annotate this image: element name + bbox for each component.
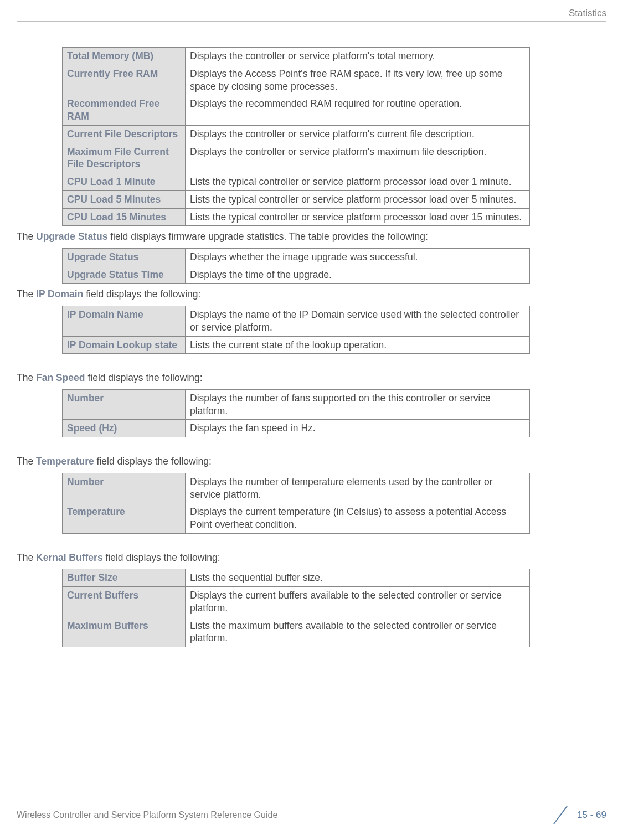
row-label: IP Domain Name xyxy=(63,306,186,337)
row-desc: Displays whether the image upgrade was s… xyxy=(186,248,530,266)
table-system-stats: Total Memory (MB)Displays the controller… xyxy=(62,47,530,226)
header-divider xyxy=(17,21,606,22)
table-row: Current File DescriptorsDisplays the con… xyxy=(63,125,530,143)
row-desc: Displays the number of temperature eleme… xyxy=(186,473,530,503)
row-desc: Lists the typical controller or service … xyxy=(186,190,530,208)
row-label: CPU Load 1 Minute xyxy=(63,173,186,191)
table-row: NumberDisplays the number of temperature… xyxy=(63,473,530,503)
row-desc: Displays the name of the IP Domain servi… xyxy=(186,306,530,337)
row-label: Temperature xyxy=(63,503,186,534)
section-kernal-buffers-text: The Kernal Buffers field displays the fo… xyxy=(17,552,606,565)
row-desc: Displays the recommended RAM required fo… xyxy=(186,95,530,126)
row-desc: Lists the typical controller or service … xyxy=(186,173,530,191)
table-row: IP Domain Lookup stateLists the current … xyxy=(63,336,530,354)
row-label: Upgrade Status Time xyxy=(63,266,186,284)
section-ip-domain-text: The IP Domain field displays the followi… xyxy=(17,288,606,301)
row-desc: Lists the current state of the lookup op… xyxy=(186,336,530,354)
table-temperature: NumberDisplays the number of temperature… xyxy=(62,473,530,534)
text-suffix: field displays firmware upgrade statisti… xyxy=(107,231,428,242)
row-label: Recommended Free RAM xyxy=(63,95,186,126)
table-ip-domain: IP Domain NameDisplays the name of the I… xyxy=(62,306,530,354)
text-prefix: The xyxy=(17,372,36,383)
text-bold: Upgrade Status xyxy=(36,231,107,242)
table-row: Maximum File Current File DescriptorsDis… xyxy=(63,143,530,173)
row-desc: Displays the number of fans supported on… xyxy=(186,389,530,420)
table-fan-speed: NumberDisplays the number of fans suppor… xyxy=(62,389,530,437)
table-row: CPU Load 15 MinutesLists the typical con… xyxy=(63,208,530,226)
text-bold: Temperature xyxy=(36,456,94,467)
table-row: NumberDisplays the number of fans suppor… xyxy=(63,389,530,420)
row-label: Maximum Buffers xyxy=(63,617,186,647)
table-row: Upgrade StatusDisplays whether the image… xyxy=(63,248,530,266)
section-upgrade-status-text: The Upgrade Status field displays firmwa… xyxy=(17,230,606,244)
row-label: Upgrade Status xyxy=(63,248,186,266)
table-upgrade-status: Upgrade StatusDisplays whether the image… xyxy=(62,248,530,284)
section-temperature-text: The Temperature field displays the follo… xyxy=(17,455,606,468)
footer-page-number: 15 - 69 xyxy=(549,804,606,826)
row-desc: Lists the maximum buffers available to t… xyxy=(186,617,530,647)
section-fan-speed-text: The Fan Speed field displays the followi… xyxy=(17,372,606,385)
footer-guide-name: Wireless Controller and Service Platform… xyxy=(17,810,277,820)
text-bold: IP Domain xyxy=(36,288,83,300)
row-desc: Displays the current temperature (in Cel… xyxy=(186,503,530,534)
row-label: IP Domain Lookup state xyxy=(63,336,186,354)
row-desc: Lists the typical controller or service … xyxy=(186,208,530,226)
row-label: Speed (Hz) xyxy=(63,420,186,437)
row-desc: Displays the controller or service platf… xyxy=(186,48,530,65)
row-desc: Displays the controller or service platf… xyxy=(186,125,530,143)
row-desc: Displays the fan speed in Hz. xyxy=(186,420,530,437)
row-label: Total Memory (MB) xyxy=(63,48,186,65)
svg-line-0 xyxy=(554,806,567,824)
page-footer: Wireless Controller and Service Platform… xyxy=(17,804,606,826)
row-label: Number xyxy=(63,389,186,420)
text-prefix: The xyxy=(17,552,36,563)
text-bold: Kernal Buffers xyxy=(36,552,103,563)
table-row: Maximum BuffersLists the maximum buffers… xyxy=(63,617,530,647)
table-row: TemperatureDisplays the current temperat… xyxy=(63,503,530,534)
page-number-value: 15 - 69 xyxy=(577,810,606,821)
text-prefix: The xyxy=(17,288,36,300)
row-label: Maximum File Current File Descriptors xyxy=(63,143,186,173)
table-row: Upgrade Status TimeDisplays the time of … xyxy=(63,266,530,284)
row-desc: Displays the Access Point's free RAM spa… xyxy=(186,65,530,95)
table-row: Speed (Hz)Displays the fan speed in Hz. xyxy=(63,420,530,437)
table-row: Recommended Free RAMDisplays the recomme… xyxy=(63,95,530,126)
table-kernal-buffers: Buffer SizeLists the sequential buffer s… xyxy=(62,569,530,647)
table-row: Total Memory (MB)Displays the controller… xyxy=(63,48,530,65)
main-content: Total Memory (MB)Displays the controller… xyxy=(17,47,606,652)
table-row: IP Domain NameDisplays the name of the I… xyxy=(63,306,530,337)
table-row: Currently Free RAMDisplays the Access Po… xyxy=(63,65,530,95)
row-desc: Displays the current buffers available t… xyxy=(186,587,530,617)
text-prefix: The xyxy=(17,231,36,242)
text-suffix: field displays the following: xyxy=(94,456,212,467)
row-label: Buffer Size xyxy=(63,569,186,587)
header-section: Statistics xyxy=(569,8,606,19)
text-bold: Fan Speed xyxy=(36,372,85,383)
slash-icon xyxy=(549,804,571,826)
row-label: Current File Descriptors xyxy=(63,125,186,143)
row-label: CPU Load 5 Minutes xyxy=(63,190,186,208)
text-suffix: field displays the following: xyxy=(103,552,220,563)
table-row: CPU Load 1 MinuteLists the typical contr… xyxy=(63,173,530,191)
table-row: CPU Load 5 MinutesLists the typical cont… xyxy=(63,190,530,208)
text-suffix: field displays the following: xyxy=(83,288,200,300)
row-label: Current Buffers xyxy=(63,587,186,617)
row-desc: Displays the time of the upgrade. xyxy=(186,266,530,284)
row-desc: Displays the controller or service platf… xyxy=(186,143,530,173)
row-label: Number xyxy=(63,473,186,503)
row-desc: Lists the sequential buffer size. xyxy=(186,569,530,587)
text-suffix: field displays the following: xyxy=(85,372,203,383)
text-prefix: The xyxy=(17,456,36,467)
table-row: Current BuffersDisplays the current buff… xyxy=(63,587,530,617)
row-label: CPU Load 15 Minutes xyxy=(63,208,186,226)
row-label: Currently Free RAM xyxy=(63,65,186,95)
table-row: Buffer SizeLists the sequential buffer s… xyxy=(63,569,530,587)
